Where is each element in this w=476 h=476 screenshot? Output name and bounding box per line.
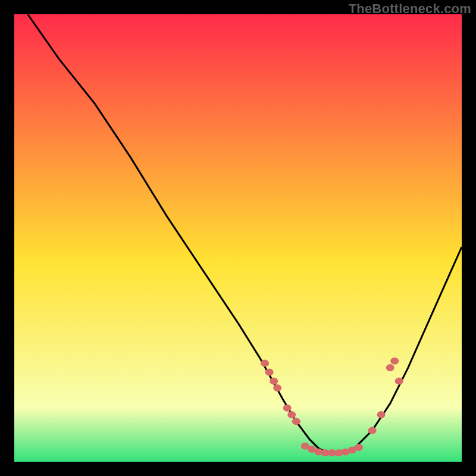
curve-marker [273, 384, 281, 392]
curve-marker [265, 369, 274, 376]
curve-marker [395, 378, 403, 385]
curve-marker [355, 444, 363, 451]
curve-marker [386, 364, 394, 371]
curve-marker [377, 411, 386, 418]
curve-marker [270, 378, 278, 385]
curve-marker [287, 411, 296, 418]
bottleneck-chart [14, 14, 462, 462]
curve-marker [368, 427, 377, 434]
curve-marker [292, 418, 300, 425]
curve-marker [283, 405, 292, 412]
chart-frame [14, 14, 462, 462]
curve-marker [261, 360, 269, 367]
curve-marker [390, 358, 399, 365]
